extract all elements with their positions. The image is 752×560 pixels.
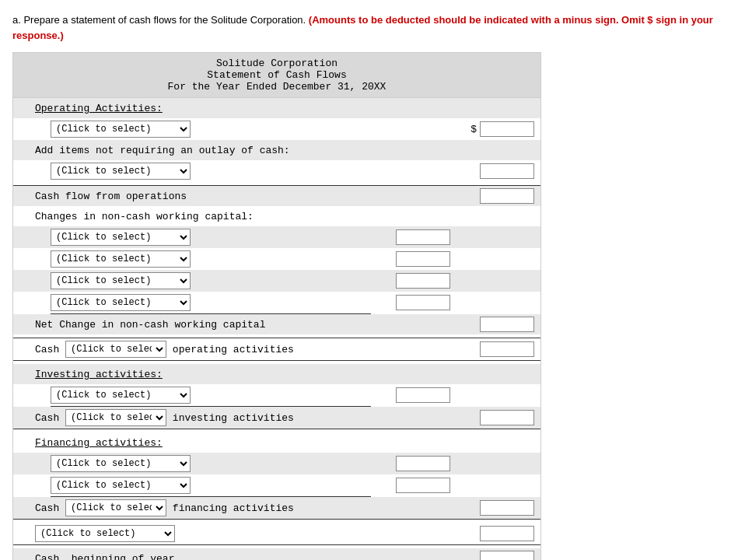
final-select-row: (Click to select) (13, 523, 540, 544)
net-change-input[interactable] (480, 317, 534, 332)
cash-beginning-label: Cash, beginning of year (35, 553, 174, 561)
operating-item-1-input[interactable] (480, 121, 534, 137)
operating-suffix: operating activities (173, 344, 294, 355)
changes-working-capital-label: Changes in non-cash working capital: (35, 211, 254, 222)
wc-item-3-row: (Click to select) (13, 270, 540, 292)
add-item-input[interactable] (480, 163, 534, 179)
wc-item-2-input[interactable] (396, 251, 450, 267)
financing-item-2-select[interactable]: (Click to select) (51, 477, 191, 494)
changes-working-capital-row: Changes in non-cash working capital: (13, 206, 540, 226)
final-select[interactable]: (Click to select) (35, 525, 175, 542)
cash-beginning-input[interactable] (480, 551, 534, 560)
cash-ops-select[interactable]: (Click to select) (65, 341, 166, 358)
financing-item-2-row: (Click to select) (13, 474, 540, 496)
investing-item-row: (Click to select) (13, 384, 540, 406)
divider-wc (51, 313, 371, 314)
add-item-select-row: (Click to select) (13, 160, 540, 182)
instructions: a. Prepare a statement of cash flows for… (12, 12, 740, 43)
operating-item-1-row: (Click to select) $ (13, 118, 540, 140)
financing-activities-section: Financing activities: (13, 432, 540, 453)
cash-beginning-row: Cash, beginning of year (13, 548, 540, 560)
financing-item-1-select[interactable]: (Click to select) (51, 455, 191, 472)
divider-financing (51, 496, 371, 497)
cash-investing-select[interactable]: (Click to select) (65, 409, 166, 426)
dollar-sign-1: $ (470, 124, 477, 135)
investing-suffix: investing activities (173, 412, 294, 424)
investing-activities-section: Investing activities: (13, 364, 540, 384)
cash-financing-row: Cash (Click to select) financing activit… (13, 497, 540, 519)
form-header: Solitude Corporation Statement of Cash F… (13, 53, 540, 98)
period-title: For the Year Ended December 31, 20XX (16, 81, 537, 93)
cash-ops-row: Cash (Click to select) operating activit… (13, 338, 540, 360)
final-select-input[interactable] (480, 526, 534, 541)
financing-activities-label: Financing activities: (35, 437, 163, 449)
operating-item-1-select[interactable]: (Click to select) (51, 121, 191, 138)
wc-item-3-select[interactable]: (Click to select) (51, 272, 191, 289)
wc-item-2-row: (Click to select) (13, 248, 540, 270)
cash-flow-ops-label: Cash flow from operations (35, 191, 187, 202)
financing-item-1-input[interactable] (396, 456, 450, 471)
add-items-row: Add items not requiring an outlay of cas… (13, 140, 540, 160)
cash-flow-ops-input[interactable] (480, 188, 534, 204)
wc-item-4-input[interactable] (396, 295, 450, 310)
cash-investing-input[interactable] (480, 410, 534, 425)
add-items-label: Add items not requiring an outlay of cas… (35, 145, 290, 156)
cash-flow-form: Solitude Corporation Statement of Cash F… (12, 52, 541, 560)
financing-suffix: financing activities (173, 502, 294, 514)
cash-financing-select[interactable]: (Click to select) (65, 499, 166, 516)
investing-item-input[interactable] (396, 387, 450, 403)
net-change-row: Net Change in non-cash working capital (13, 314, 540, 334)
operating-activities-section: Operating Activities: (13, 98, 540, 118)
cash-financing-input[interactable] (480, 500, 534, 516)
cash-flow-ops-row: Cash flow from operations (13, 186, 540, 206)
divider-investing (51, 406, 371, 407)
investing-activities-label: Investing activities: (35, 369, 163, 380)
financing-item-1-row: (Click to select) (13, 453, 540, 474)
cash-label-ops: Cash (35, 344, 59, 355)
company-name: Solitude Corporation (16, 58, 537, 69)
statement-title: Statement of Cash Flows (16, 69, 537, 81)
wc-item-4-select[interactable]: (Click to select) (51, 294, 191, 311)
wc-item-1-select[interactable]: (Click to select) (51, 229, 191, 246)
cash-label-investing: Cash (35, 412, 59, 424)
wc-item-1-input[interactable] (396, 229, 450, 245)
wc-item-4-row: (Click to select) (13, 292, 540, 313)
cash-investing-row: Cash (Click to select) investing activit… (13, 407, 540, 429)
financing-item-2-input[interactable] (396, 478, 450, 493)
net-change-label: Net Change in non-cash working capital (35, 319, 265, 331)
wc-item-2-select[interactable]: (Click to select) (51, 250, 191, 268)
instructions-prefix: a. Prepare a statement of cash flows for… (12, 14, 306, 26)
add-item-select[interactable]: (Click to select) (51, 163, 191, 180)
wc-item-3-input[interactable] (396, 273, 450, 289)
wc-item-1-row: (Click to select) (13, 226, 540, 248)
investing-item-select[interactable]: (Click to select) (51, 387, 191, 404)
cash-label-financing: Cash (35, 502, 59, 514)
operating-activities-label: Operating Activities: (35, 103, 163, 114)
cash-ops-input[interactable] (480, 341, 534, 357)
